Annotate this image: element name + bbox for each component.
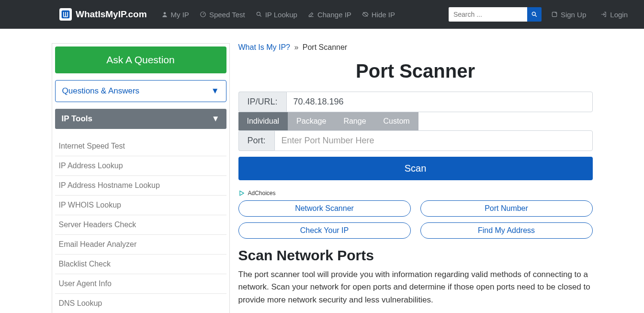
logo-icon bbox=[59, 8, 72, 21]
port-input[interactable] bbox=[274, 130, 593, 151]
pill-port-number[interactable]: Port Number bbox=[420, 200, 593, 217]
qa-label: Questions & Answers bbox=[62, 86, 140, 96]
nav-change-ip[interactable]: Change IP bbox=[303, 7, 356, 23]
svg-point-3 bbox=[257, 12, 260, 15]
adchoices[interactable]: AdChoices bbox=[238, 190, 593, 197]
login-icon bbox=[600, 11, 607, 18]
qa-dropdown[interactable]: Questions & Answers ▼ bbox=[55, 80, 226, 102]
search-icon bbox=[256, 11, 262, 18]
nav-right: Sign Up Login bbox=[449, 7, 633, 23]
tab-package[interactable]: Package bbox=[288, 112, 335, 130]
caret-down-icon: ▼ bbox=[212, 114, 220, 124]
ip-tools-header[interactable]: IP Tools ▼ bbox=[55, 109, 226, 129]
login-link[interactable]: Login bbox=[596, 7, 633, 23]
ip-label: IP/URL: bbox=[238, 92, 286, 112]
tool-item[interactable]: Server Headers Check bbox=[55, 215, 226, 235]
pill-check-your-ip[interactable]: Check Your IP bbox=[238, 222, 411, 239]
adchoices-icon bbox=[238, 190, 245, 197]
ip-input-row: IP/URL: bbox=[238, 92, 593, 112]
tools-label: IP Tools bbox=[62, 114, 93, 124]
breadcrumb-current: Port Scanner bbox=[303, 43, 347, 51]
nav-my-ip[interactable]: My IP bbox=[157, 7, 194, 23]
user-icon bbox=[161, 11, 168, 18]
eye-slash-icon bbox=[362, 11, 369, 18]
page-title: Port Scanner bbox=[238, 60, 593, 82]
brand-logo[interactable]: WhatIsMyIP.com bbox=[59, 8, 147, 21]
port-input-row: Port: bbox=[238, 130, 593, 151]
gauge-icon bbox=[200, 11, 206, 18]
port-label: Port: bbox=[238, 130, 274, 151]
search-wrap bbox=[449, 7, 542, 22]
tool-item[interactable]: Blacklist Check bbox=[55, 255, 226, 274]
caret-down-icon: ▼ bbox=[211, 86, 219, 96]
search-icon bbox=[531, 11, 538, 18]
tool-item[interactable]: User Agent Info bbox=[55, 274, 226, 294]
tool-item[interactable]: IP WHOIS Lookup bbox=[55, 196, 226, 215]
tool-item[interactable]: Internet Speed Test bbox=[55, 137, 226, 156]
topbar: WhatIsMyIP.com My IP Speed Test IP Looku… bbox=[0, 0, 644, 29]
section1-text: The port scanner tool will provide you w… bbox=[238, 268, 593, 306]
breadcrumb: What Is My IP? » Port Scanner bbox=[238, 43, 593, 52]
nav-ip-lookup[interactable]: IP Lookup bbox=[251, 7, 302, 23]
breadcrumb-sep: » bbox=[294, 43, 298, 51]
scan-tabs: Individual Package Range Custom bbox=[238, 112, 593, 130]
tool-item[interactable]: DNS Lookup bbox=[55, 294, 226, 313]
brand-text: WhatIsMyIP.com bbox=[76, 9, 147, 20]
signup-icon bbox=[551, 11, 558, 18]
edit-icon bbox=[308, 11, 315, 18]
nav-hide-ip[interactable]: Hide IP bbox=[357, 7, 400, 23]
scan-button[interactable]: Scan bbox=[238, 157, 593, 180]
ask-question-button[interactable]: Ask A Question bbox=[55, 46, 226, 73]
search-input[interactable] bbox=[449, 7, 527, 22]
tab-range[interactable]: Range bbox=[335, 112, 374, 130]
ip-input[interactable] bbox=[286, 92, 593, 112]
tools-list: Internet Speed Test IP Address Lookup IP… bbox=[55, 137, 226, 313]
svg-point-4 bbox=[532, 12, 535, 15]
signup-link[interactable]: Sign Up bbox=[546, 7, 591, 23]
nav-speed-test[interactable]: Speed Test bbox=[195, 7, 250, 23]
pill-find-my-address[interactable]: Find My Address bbox=[420, 222, 593, 239]
main-content: What Is My IP? » Port Scanner Port Scann… bbox=[238, 43, 593, 313]
tab-individual[interactable]: Individual bbox=[238, 112, 288, 130]
section1-title: Scan Network Ports bbox=[238, 247, 593, 264]
svg-point-1 bbox=[163, 12, 166, 14]
tool-item[interactable]: IP Address Lookup bbox=[55, 156, 226, 176]
breadcrumb-root[interactable]: What Is My IP? bbox=[238, 43, 290, 51]
tool-item[interactable]: IP Address Hostname Lookup bbox=[55, 176, 226, 196]
tool-item[interactable]: Email Header Analyzer bbox=[55, 235, 226, 255]
ad-links: Network Scanner Port Number Check Your I… bbox=[238, 200, 593, 239]
nav-links: My IP Speed Test IP Lookup Change IP Hid… bbox=[157, 7, 400, 23]
pill-network-scanner[interactable]: Network Scanner bbox=[238, 200, 411, 217]
sidebar: Ask A Question Questions & Answers ▼ IP … bbox=[52, 43, 230, 313]
tab-custom[interactable]: Custom bbox=[375, 112, 418, 130]
search-button[interactable] bbox=[527, 7, 542, 22]
